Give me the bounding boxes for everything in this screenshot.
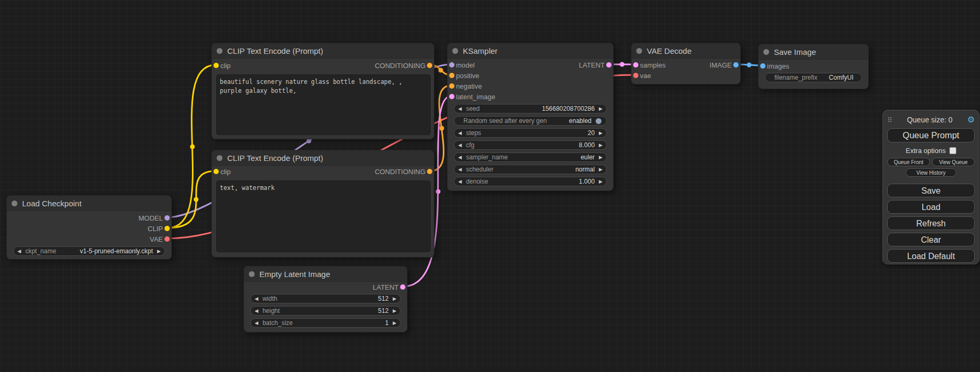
positive-prompt-textarea[interactable]: beautiful scenery nature glass bottle la… bbox=[216, 74, 431, 135]
node-header[interactable]: CLIP Text Encode (Prompt) bbox=[212, 43, 434, 59]
view-queue-button[interactable]: View Queue bbox=[932, 158, 975, 166]
prev-arrow-icon[interactable]: ◀ bbox=[17, 249, 21, 254]
load-default-button[interactable]: Load Default bbox=[887, 249, 975, 263]
output-slot-vae[interactable]: VAE bbox=[7, 234, 171, 244]
node-graph-canvas[interactable]: Load Checkpoint MODEL CLIP VAE ◀ ckpt_na… bbox=[0, 0, 980, 372]
vae-input-dot[interactable] bbox=[633, 73, 638, 78]
widget-random-seed-toggle[interactable]: Random seed after every gen enabled bbox=[454, 116, 607, 126]
collapse-dot-icon[interactable] bbox=[249, 271, 255, 277]
prev-arrow-icon[interactable]: ◀ bbox=[458, 167, 462, 172]
decrement-arrow-icon[interactable]: ◀ bbox=[255, 309, 258, 313]
increment-arrow-icon[interactable]: ▶ bbox=[393, 297, 396, 301]
input-slot-images[interactable]: images bbox=[759, 61, 868, 71]
node-save-image[interactable]: Save Image images filename_prefix ComfyU… bbox=[758, 44, 869, 89]
clip-input-dot[interactable] bbox=[214, 169, 219, 174]
decrement-arrow-icon[interactable]: ◀ bbox=[255, 297, 258, 301]
slot-row[interactable]: clip CONDITIONING bbox=[212, 166, 434, 177]
increment-arrow-icon[interactable]: ▶ bbox=[599, 131, 603, 136]
widget-ckpt-name[interactable]: ◀ ckpt_name v1-5-pruned-emaonly.ckpt ▶ bbox=[13, 246, 165, 256]
clear-button[interactable]: Clear bbox=[887, 233, 975, 246]
node-ksampler[interactable]: KSampler model LATENT positive negative … bbox=[447, 43, 614, 191]
widget-cfg[interactable]: ◀ cfg 8.000 ▶ bbox=[454, 140, 607, 150]
widget-width[interactable]: ◀ width 512 ▶ bbox=[250, 294, 401, 303]
collapse-dot-icon[interactable] bbox=[217, 48, 222, 54]
output-slot-latent[interactable]: LATENT bbox=[244, 282, 407, 292]
conditioning-output-dot[interactable] bbox=[427, 63, 432, 68]
increment-arrow-icon[interactable]: ▶ bbox=[599, 107, 603, 111]
images-input-dot[interactable] bbox=[760, 63, 765, 69]
widget-seed[interactable]: ◀ seed 156680208700286 ▶ bbox=[454, 104, 607, 113]
collapse-dot-icon[interactable] bbox=[452, 48, 458, 54]
node-header[interactable]: Empty Latent Image bbox=[244, 266, 407, 282]
decrement-arrow-icon[interactable]: ◀ bbox=[458, 179, 462, 184]
increment-arrow-icon[interactable]: ▶ bbox=[599, 143, 603, 148]
node-header[interactable]: VAE Decode bbox=[632, 43, 740, 59]
next-arrow-icon[interactable]: ▶ bbox=[599, 167, 603, 172]
slot-row[interactable]: samples IMAGE bbox=[632, 60, 740, 70]
increment-arrow-icon[interactable]: ▶ bbox=[393, 321, 396, 326]
model-input-dot[interactable] bbox=[449, 62, 454, 68]
extra-options-checkbox[interactable] bbox=[949, 147, 956, 154]
negative-input-dot[interactable] bbox=[449, 83, 454, 89]
settings-gear-icon[interactable]: ⚙ bbox=[967, 116, 975, 124]
toggle-dot-icon[interactable] bbox=[596, 118, 601, 124]
decrement-arrow-icon[interactable]: ◀ bbox=[458, 131, 462, 136]
widget-denoise[interactable]: ◀ denoise 1.000 ▶ bbox=[454, 177, 607, 186]
widget-sampler-name[interactable]: ◀ sampler_name euler ▶ bbox=[454, 152, 607, 162]
positive-input-dot[interactable] bbox=[449, 73, 454, 78]
conditioning-output-dot[interactable] bbox=[427, 169, 432, 174]
model-output-dot[interactable] bbox=[164, 215, 170, 221]
latent-image-input-dot[interactable] bbox=[449, 94, 454, 99]
vae-output-dot[interactable] bbox=[164, 236, 170, 242]
widget-scheduler[interactable]: ◀ scheduler normal ▶ bbox=[454, 165, 607, 174]
collapse-dot-icon[interactable] bbox=[217, 155, 222, 161]
node-load-checkpoint[interactable]: Load Checkpoint MODEL CLIP VAE ◀ ckpt_na… bbox=[6, 195, 172, 260]
output-slot-model[interactable]: MODEL bbox=[7, 213, 171, 223]
load-button[interactable]: Load bbox=[887, 200, 975, 214]
widget-filename-prefix[interactable]: filename_prefix ComfyUI bbox=[765, 73, 862, 82]
drag-handle-icon[interactable]: ⠿ bbox=[887, 116, 892, 124]
widget-height[interactable]: ◀ height 512 ▶ bbox=[250, 306, 401, 316]
node-header[interactable]: Save Image bbox=[759, 44, 868, 60]
input-slot-latent-image[interactable]: latent_image bbox=[448, 91, 613, 102]
image-output-dot[interactable] bbox=[733, 62, 739, 68]
node-empty-latent-image[interactable]: Empty Latent Image LATENT ◀ width 512 ▶ … bbox=[244, 266, 407, 332]
widget-batch-size[interactable]: ◀ batch_size 1 ▶ bbox=[250, 318, 401, 328]
input-slot-vae[interactable]: vae bbox=[632, 70, 740, 81]
next-arrow-icon[interactable]: ▶ bbox=[599, 155, 603, 160]
collapse-dot-icon[interactable] bbox=[763, 49, 769, 55]
save-button[interactable]: Save bbox=[887, 184, 975, 197]
next-arrow-icon[interactable]: ▶ bbox=[157, 249, 161, 254]
samples-input-dot[interactable] bbox=[633, 62, 638, 68]
queue-front-button[interactable]: Queue Front bbox=[887, 158, 930, 166]
increment-arrow-icon[interactable]: ▶ bbox=[393, 309, 396, 313]
latent-output-dot[interactable] bbox=[400, 284, 405, 290]
decrement-arrow-icon[interactable]: ◀ bbox=[458, 107, 462, 111]
view-history-button[interactable]: View History bbox=[906, 168, 956, 177]
input-slot-label: images bbox=[767, 62, 789, 70]
queue-prompt-button[interactable]: Queue Prompt bbox=[887, 128, 975, 142]
collapse-dot-icon[interactable] bbox=[12, 201, 17, 206]
slot-row[interactable]: clip CONDITIONING bbox=[212, 60, 434, 71]
output-slot-clip[interactable]: CLIP bbox=[7, 223, 171, 234]
clip-input-dot[interactable] bbox=[214, 63, 219, 68]
node-header[interactable]: CLIP Text Encode (Prompt) bbox=[212, 150, 434, 166]
increment-arrow-icon[interactable]: ▶ bbox=[599, 179, 603, 184]
node-clip-text-encode-negative[interactable]: CLIP Text Encode (Prompt) clip CONDITION… bbox=[211, 150, 434, 257]
input-slot-positive[interactable]: positive bbox=[448, 70, 613, 81]
negative-prompt-textarea[interactable]: text, watermark bbox=[216, 180, 431, 252]
node-header[interactable]: KSampler bbox=[448, 43, 613, 59]
node-header[interactable]: Load Checkpoint bbox=[7, 196, 171, 211]
decrement-arrow-icon[interactable]: ◀ bbox=[255, 321, 258, 326]
input-slot-negative[interactable]: negative bbox=[448, 81, 613, 91]
decrement-arrow-icon[interactable]: ◀ bbox=[458, 143, 462, 148]
node-vae-decode[interactable]: VAE Decode samples IMAGE vae bbox=[631, 43, 741, 84]
slot-row[interactable]: model LATENT bbox=[448, 60, 613, 70]
prev-arrow-icon[interactable]: ◀ bbox=[458, 155, 462, 160]
latent-output-dot[interactable] bbox=[606, 62, 612, 68]
clip-output-dot[interactable] bbox=[164, 226, 170, 231]
collapse-dot-icon[interactable] bbox=[636, 48, 642, 54]
refresh-button[interactable]: Refresh bbox=[887, 216, 975, 230]
widget-steps[interactable]: ◀ steps 20 ▶ bbox=[454, 128, 607, 138]
node-clip-text-encode-positive[interactable]: CLIP Text Encode (Prompt) clip CONDITION… bbox=[211, 43, 434, 139]
